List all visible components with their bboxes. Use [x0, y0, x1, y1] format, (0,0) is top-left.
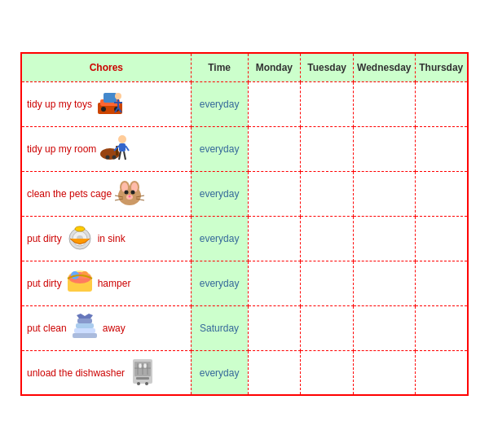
time-cell: Saturday — [191, 305, 248, 350]
header-time: Time — [191, 53, 248, 82]
day-cell-1 — [301, 81, 354, 126]
table-row: tidy up my toys everyday — [21, 81, 468, 126]
svg-rect-42 — [73, 333, 97, 338]
svg-point-13 — [112, 156, 117, 160]
day-cell-2 — [354, 81, 415, 126]
header-thursday: Thursday — [415, 53, 468, 82]
chore-cell-row-pet: clean the pets cage — [21, 171, 191, 216]
page-wrapper: Chores Time Monday Tuesday Wednesday Thu… — [12, 36, 477, 413]
header-wednesday: Wednesday — [354, 53, 415, 82]
svg-rect-48 — [136, 377, 149, 380]
time-cell: everyday — [191, 126, 248, 171]
svg-line-17 — [126, 146, 129, 151]
day-cell-0 — [248, 261, 301, 305]
chore-cell-row-dishes: put dirty in sink — [21, 216, 191, 261]
day-cell-3 — [415, 126, 468, 171]
svg-point-53 — [139, 363, 142, 368]
header-chores: Chores — [21, 53, 191, 82]
svg-point-54 — [143, 363, 147, 368]
chore-text-before: unload the dishwasher — [27, 367, 125, 379]
day-cell-1 — [301, 261, 354, 305]
day-cell-3 — [415, 216, 468, 261]
chore-text-before: tidy up my room — [27, 143, 96, 155]
day-cell-3 — [415, 171, 468, 216]
chore-text-after: away — [103, 323, 126, 334]
svg-rect-4 — [104, 93, 117, 103]
svg-point-2 — [101, 107, 106, 112]
day-cell-1 — [301, 126, 354, 171]
day-cell-2 — [354, 126, 415, 171]
day-cell-3 — [415, 81, 468, 126]
chore-cell-row-dishwasher: unload the dishwasher — [21, 350, 191, 395]
svg-line-19 — [124, 152, 126, 160]
svg-point-55 — [137, 382, 140, 385]
day-cell-0 — [248, 171, 301, 216]
chore-cell-row-toys: tidy up my toys — [21, 81, 191, 126]
dishwasher-icon — [126, 355, 159, 390]
chore-cell-row-hamper: put dirty hamper — [21, 261, 191, 305]
chores-table: Chores Time Monday Tuesday Wednesday Thu… — [20, 52, 469, 397]
svg-point-28 — [129, 195, 131, 198]
pet-icon — [113, 176, 146, 211]
chore-text-before: put dirty — [27, 233, 62, 244]
day-cell-2 — [354, 350, 415, 395]
time-cell: everyday — [191, 81, 248, 126]
svg-rect-45 — [77, 318, 92, 323]
day-cell-0 — [248, 350, 301, 395]
time-cell: everyday — [191, 171, 248, 216]
svg-rect-44 — [76, 323, 94, 328]
laundry-icon — [68, 310, 101, 345]
day-cell-0 — [248, 216, 301, 261]
chore-text-before: put clean — [27, 323, 67, 334]
day-cell-0 — [248, 81, 301, 126]
table-row: clean the pets cage everyday — [21, 171, 468, 216]
header-tuesday: Tuesday — [301, 53, 354, 82]
chore-text-after: hamper — [98, 278, 131, 289]
day-cell-0 — [248, 126, 301, 171]
day-cell-2 — [354, 305, 415, 350]
day-cell-2 — [354, 216, 415, 261]
day-cell-3 — [415, 350, 468, 395]
svg-point-56 — [145, 382, 148, 385]
chore-cell-row-room: tidy up my room — [21, 126, 191, 171]
chore-text-after: in sink — [98, 233, 126, 244]
room-icon — [98, 131, 130, 166]
table-row: tidy up my room everyday — [21, 126, 468, 171]
svg-point-14 — [118, 135, 126, 143]
svg-rect-43 — [74, 328, 95, 333]
hamper-icon — [64, 266, 96, 301]
chore-text-before: tidy up my toys — [27, 99, 92, 110]
header-monday: Monday — [248, 53, 301, 82]
day-cell-3 — [415, 305, 468, 350]
day-cell-1 — [301, 171, 354, 216]
chore-cell-row-laundry: put clean away — [21, 305, 191, 350]
table-row: put clean awaySaturday — [21, 305, 468, 350]
chore-text-before: put dirty — [27, 278, 62, 289]
table-row: put dirty in sinkeveryday — [21, 216, 468, 261]
chore-text-before: clean the pets cage — [27, 188, 112, 200]
day-cell-3 — [415, 261, 468, 305]
time-cell: everyday — [191, 216, 248, 261]
time-cell: everyday — [191, 261, 248, 305]
day-cell-2 — [354, 261, 415, 305]
svg-point-36 — [75, 226, 85, 231]
svg-point-25 — [125, 191, 129, 195]
svg-point-5 — [115, 93, 121, 99]
svg-point-12 — [106, 156, 110, 160]
day-cell-0 — [248, 305, 301, 350]
table-row: put dirty hampereveryday — [21, 261, 468, 305]
day-cell-2 — [354, 171, 415, 216]
toys-icon — [94, 86, 126, 121]
dishes-icon — [64, 221, 96, 256]
table-row: unload the dishwasher everyday — [21, 350, 468, 395]
day-cell-1 — [301, 305, 354, 350]
svg-point-26 — [131, 191, 135, 195]
day-cell-1 — [301, 350, 354, 395]
svg-rect-15 — [119, 143, 126, 152]
day-cell-1 — [301, 216, 354, 261]
time-cell: everyday — [191, 350, 248, 395]
